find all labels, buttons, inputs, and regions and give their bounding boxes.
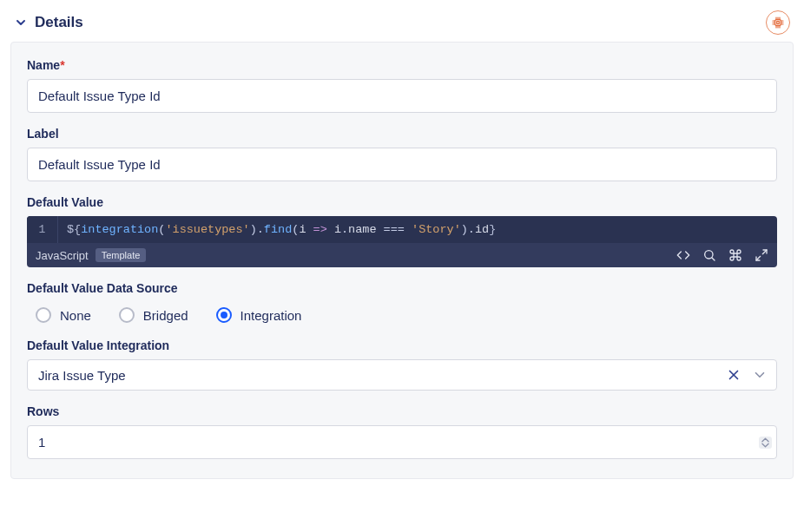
code-template-badge: Template (96, 248, 147, 262)
chip-icon-button[interactable] (766, 10, 790, 35)
code-icon[interactable] (676, 248, 690, 262)
radio-icon (216, 307, 232, 323)
label-label: Label (27, 127, 777, 141)
default-value-label: Default Value (27, 195, 777, 209)
integration-value: Jira Issue Type (38, 368, 126, 383)
rows-field-group: Rows (27, 404, 777, 459)
section-title: Details (35, 14, 83, 31)
code-language: JavaScript (36, 249, 89, 262)
name-field-group: Name* (27, 58, 777, 113)
search-icon[interactable] (702, 248, 716, 262)
data-source-radio-group: None Bridged Integration (27, 302, 777, 325)
svg-rect-0 (775, 20, 781, 26)
name-label-text: Name (27, 58, 60, 72)
data-source-label: Default Value Data Source (27, 281, 777, 295)
radio-integration[interactable]: Integration (216, 307, 302, 323)
clear-icon[interactable] (726, 367, 741, 383)
radio-icon (119, 307, 135, 323)
collapse-icon[interactable] (14, 16, 28, 30)
svg-line-16 (762, 250, 767, 254)
radio-none-label: None (60, 308, 91, 323)
code-footer: JavaScript Template (27, 243, 777, 267)
chevron-down-icon[interactable] (752, 367, 768, 383)
name-input[interactable] (27, 79, 777, 113)
radio-bridged-label: Bridged (143, 308, 188, 323)
code-gutter: 1 (27, 216, 58, 243)
details-panel: Name* Label Default Value 1 ${integratio… (10, 42, 794, 479)
code-content[interactable]: ${integration('issuetypes').find(i => i.… (58, 216, 504, 243)
radio-icon (36, 307, 51, 323)
svg-line-15 (712, 258, 715, 260)
label-input[interactable] (27, 148, 777, 181)
stepper-down-icon (761, 443, 769, 448)
name-label: Name* (27, 58, 777, 72)
code-editor[interactable]: 1 ${integration('issuetypes').find(i => … (27, 216, 777, 267)
rows-input[interactable] (27, 425, 777, 459)
details-header: Details (0, 0, 804, 42)
svg-rect-1 (777, 22, 780, 24)
integration-select[interactable]: Jira Issue Type (27, 359, 777, 391)
svg-line-17 (756, 256, 761, 260)
radio-integration-label: Integration (241, 308, 302, 323)
default-value-field-group: Default Value 1 ${integration('issuetype… (27, 195, 777, 267)
required-marker: * (60, 58, 64, 72)
integration-label: Default Value Integration (27, 338, 777, 352)
radio-none[interactable]: None (36, 307, 91, 323)
integration-field-group: Default Value Integration Jira Issue Typ… (27, 338, 777, 391)
expand-icon[interactable] (755, 248, 768, 262)
radio-bridged[interactable]: Bridged (119, 307, 188, 323)
rows-label: Rows (27, 404, 777, 418)
label-field-group: Label (27, 127, 777, 181)
rows-stepper[interactable] (759, 437, 772, 449)
command-icon[interactable] (728, 248, 742, 262)
data-source-field-group: Default Value Data Source None Bridged I… (27, 281, 777, 325)
